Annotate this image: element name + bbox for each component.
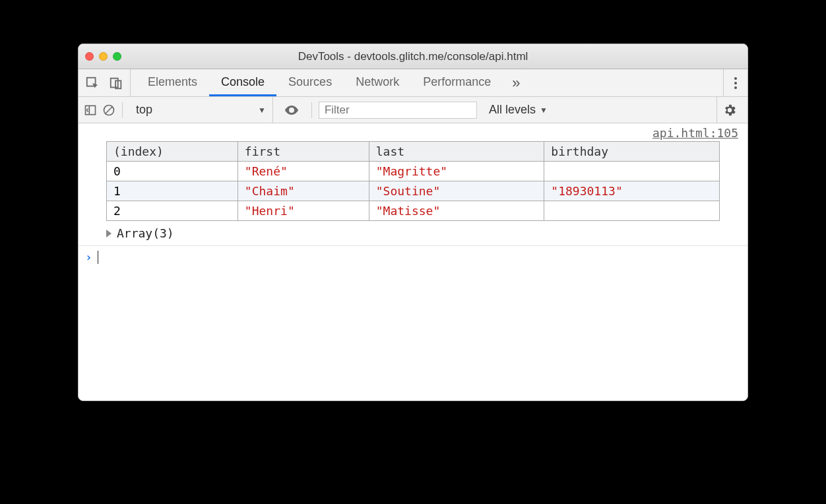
sidebar-toggle-icon[interactable] (84, 104, 97, 117)
traffic-lights (85, 52, 121, 61)
cell-index: 1 (107, 181, 238, 201)
window-title: DevTools - devtools.glitch.me/console/ap… (79, 50, 747, 63)
cell-last: "Soutine" (369, 181, 544, 201)
cell-birthday (544, 162, 720, 181)
cell-index: 0 (107, 162, 238, 181)
tabbar-left-icons (79, 69, 131, 96)
devtools-window: DevTools - devtools.glitch.me/console/ap… (78, 44, 748, 401)
clear-console-icon[interactable] (102, 104, 115, 117)
cell-birthday (544, 201, 720, 221)
separator (122, 102, 123, 118)
prompt-chevron-icon: › (85, 250, 92, 264)
close-button[interactable] (85, 52, 94, 61)
device-toggle-icon[interactable] (109, 76, 123, 90)
tab-network[interactable]: Network (344, 69, 411, 96)
tab-performance[interactable]: Performance (411, 69, 503, 96)
menu-dots-icon[interactable] (730, 77, 741, 89)
tabbar: Elements Console Sources Network Perform… (79, 69, 747, 97)
console-body: api.html:105 (index) first last birthday… (79, 123, 747, 400)
table-row: 1 "Chaim" "Soutine" "18930113" (107, 181, 720, 201)
source-link[interactable]: api.html:105 (79, 123, 747, 141)
console-table: (index) first last birthday 0 "René" "Ma… (106, 141, 720, 221)
inspect-icon[interactable] (85, 76, 100, 90)
svg-rect-1 (111, 78, 118, 87)
filter-input[interactable] (319, 102, 477, 119)
cell-last: "Magritte" (369, 162, 544, 181)
chevron-down-icon: ▼ (258, 106, 266, 115)
cell-first: "Chaim" (238, 181, 369, 201)
separator (311, 102, 312, 118)
maximize-button[interactable] (113, 52, 121, 61)
tabbar-right (723, 69, 747, 96)
table-header-row: (index) first last birthday (107, 142, 720, 162)
more-tabs-button[interactable]: » (503, 69, 529, 96)
cell-first: "René" (238, 162, 369, 181)
settings-gear-icon[interactable] (722, 103, 737, 117)
array-summary[interactable]: Array(3) (79, 224, 747, 246)
log-levels-select[interactable]: All levels ▼ (482, 103, 554, 117)
col-last[interactable]: last (369, 142, 544, 162)
cell-last: "Matisse" (369, 201, 544, 221)
tab-console[interactable]: Console (209, 69, 276, 96)
cell-first: "Henri" (238, 201, 369, 221)
context-label: top (136, 103, 152, 117)
eye-icon[interactable] (278, 102, 305, 118)
console-prompt[interactable]: › (79, 246, 747, 268)
cell-index: 2 (107, 201, 238, 221)
col-index[interactable]: (index) (107, 142, 238, 162)
table-row: 2 "Henri" "Matisse" (107, 201, 720, 221)
text-cursor (98, 251, 98, 264)
panel-tabs: Elements Console Sources Network Perform… (131, 69, 723, 96)
tab-sources[interactable]: Sources (276, 69, 344, 96)
table-row: 0 "René" "Magritte" (107, 162, 720, 181)
cell-birthday: "18930113" (544, 181, 720, 201)
titlebar: DevTools - devtools.glitch.me/console/ap… (79, 44, 747, 69)
tab-elements[interactable]: Elements (136, 69, 209, 96)
col-first[interactable]: first (238, 142, 369, 162)
levels-label: All levels (489, 103, 536, 117)
context-selector[interactable]: top ▼ (129, 97, 273, 123)
expand-triangle-icon[interactable] (106, 230, 111, 237)
col-birthday[interactable]: birthday (544, 142, 720, 162)
console-toolbar: top ▼ All levels ▼ (79, 97, 747, 123)
array-label: Array(3) (117, 226, 174, 240)
chevron-down-icon: ▼ (540, 106, 548, 115)
minimize-button[interactable] (99, 52, 108, 61)
